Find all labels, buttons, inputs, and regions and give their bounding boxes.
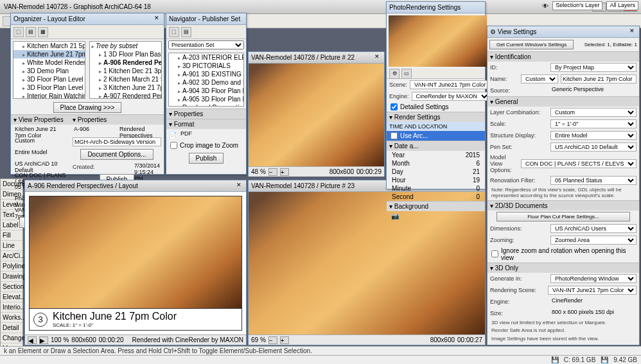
eye-icon[interactable]: 👁	[542, 3, 549, 10]
tree-item[interactable]: 3 Kitchen June 21 7pm Color	[90, 83, 161, 92]
props-header[interactable]: Properties	[70, 114, 164, 125]
nav-icon[interactable]: ▤	[181, 27, 191, 37]
background-header[interactable]: Background	[387, 201, 485, 211]
date-header[interactable]: Date a...	[387, 141, 485, 151]
render-settings-header[interactable]: Render Settings	[387, 112, 485, 122]
tree-item[interactable]: 1 Kitchen Dec 21 3pm Color	[90, 67, 161, 75]
screen-icon[interactable]: ▭	[401, 69, 412, 79]
view-settings-header[interactable]: ⚙ View Settings ✕	[487, 26, 639, 38]
dimensions-select[interactable]: US ArchiCAD Users	[550, 224, 637, 233]
tree-item[interactable]: A-905 3D Floor Plan Base	[169, 95, 243, 103]
generate-select[interactable]: PhotoRendering Window	[550, 274, 637, 283]
nav-publish-button[interactable]: Publish	[189, 153, 224, 164]
tree-item[interactable]: 3D Demo Plan	[13, 67, 85, 75]
tree-item[interactable]: 2 Kitchen March 21 5pm Color	[90, 75, 161, 83]
tool-detail[interactable]: Detail	[1, 323, 22, 333]
tool-interio[interactable]: Interio...	[1, 302, 22, 313]
close-icon[interactable]: ✕	[373, 53, 382, 62]
detailed-checkbox[interactable]	[391, 103, 398, 110]
crop-checkbox[interactable]	[170, 142, 177, 149]
layout-header[interactable]: A-906 Rendered Perspectives / Layout✕	[25, 180, 246, 192]
tool-change[interactable]: Change	[1, 333, 22, 343]
tree-item[interactable]: 3D Floor Plan Level Two	[13, 83, 85, 92]
tool-fill[interactable]: Fill	[1, 230, 22, 241]
close-icon[interactable]: ✕	[234, 182, 243, 191]
tree-item[interactable]: A-901 3D EXISTING Floor	[169, 70, 243, 78]
navigator-header[interactable]: Navigator - Publisher Set	[166, 13, 246, 25]
close-icon[interactable]: ✕	[628, 28, 637, 37]
tool-elevat[interactable]: Elevat...	[1, 292, 22, 302]
nav-format-header[interactable]: Format	[166, 119, 246, 129]
nav-icon[interactable]: ⬚	[13, 27, 24, 37]
tool-arcci[interactable]: Arc/Ci...	[1, 251, 22, 261]
time-location-row[interactable]: TIME AND LOCATION	[387, 122, 485, 131]
selections-layer-button[interactable]: Selection's Layer	[552, 1, 602, 10]
view-props-header[interactable]: View Properties	[11, 114, 70, 125]
only3d-header[interactable]: 3D Only	[487, 263, 639, 273]
tree-item[interactable]: A-902 3D Demo and New	[169, 78, 243, 87]
general-header[interactable]: General	[487, 96, 639, 107]
layer-combo-select[interactable]: Custom	[550, 108, 637, 117]
ignore-zoom-checkbox[interactable]	[491, 250, 498, 257]
photorender-panel: PhotoRendering Settings ⚙ ▭ Scene:VAN-IN…	[386, 1, 486, 189]
tree-item[interactable]: A-906 Rendered Perspectives	[90, 58, 161, 67]
tree-item[interactable]: A-904 3D Floor Plan Main	[169, 87, 243, 95]
nav-next-icon[interactable]: ▶	[39, 336, 48, 344]
navigator-tree[interactable]: A-203 INTERIOR ELEVAT3D PICTORIALSA-901 …	[168, 53, 244, 107]
scene-select[interactable]: VAN-INT June21 7pm Color	[410, 80, 498, 89]
organizer-header[interactable]: Organizer - Layout Editor ✕	[11, 13, 164, 25]
zoom-out-icon[interactable]: −	[268, 168, 277, 176]
floorplan-cut-button[interactable]: Floor Plan Cut Plane Settings...	[496, 212, 631, 221]
zooming-select[interactable]: Zoomed Area	[550, 236, 637, 245]
name-mode-select[interactable]: Custom	[521, 74, 558, 83]
tool-drawing[interactable]: Drawing	[1, 272, 22, 282]
preset-select[interactable]: Presentation Set	[168, 40, 244, 49]
zoom-out-icon[interactable]: −	[268, 336, 277, 344]
tree-item[interactable]: Kitchen March 21 5pm Color	[13, 42, 85, 50]
photorender-header[interactable]: PhotoRendering Settings	[387, 2, 485, 13]
penset-select[interactable]: US ArchiCAD 10 Default	[550, 143, 637, 152]
zoom-in-icon[interactable]: +	[280, 336, 289, 344]
gear-icon[interactable]: ⚙	[389, 69, 400, 79]
tree-item[interactable]: 1 3D Floor Plan Basement	[90, 50, 161, 58]
structure-select[interactable]: Entire Model	[550, 131, 637, 140]
tool-section[interactable]: Section	[1, 282, 22, 292]
tree-item[interactable]: 3D Floor Plan Level One	[13, 75, 85, 83]
nav-icon[interactable]: ▤	[26, 27, 36, 37]
nav-props-header[interactable]: Properties	[166, 108, 246, 119]
zoom-in-icon[interactable]: +	[280, 168, 289, 176]
tree-item[interactable]: Interior Rain Watching Room	[13, 92, 85, 99]
scale-select[interactable]: 1" = 1'-0"	[550, 119, 637, 128]
use-arc-checkbox[interactable]	[391, 132, 398, 139]
close-icon[interactable]: ✕	[152, 15, 161, 24]
nav-icon[interactable]: ▦	[38, 27, 48, 37]
reno-select[interactable]: 05 Planned Status	[550, 176, 637, 185]
camera-icon[interactable]: 📷	[388, 212, 402, 220]
name-input[interactable]	[561, 74, 637, 83]
picture22-header[interactable]: VAN-Remodel 140728 / Picture # 22✕	[249, 52, 384, 64]
organizer-left-tree[interactable]: Kitchen March 21 5pm ColorKitchen June 2…	[13, 41, 85, 99]
place-drawing-button[interactable]: Place Drawing >>>	[53, 102, 122, 113]
all-layers-button[interactable]: All Layers	[606, 1, 638, 10]
identification-header[interactable]: Identification	[487, 51, 639, 62]
engine-select[interactable]: CineRender by MAXON	[412, 92, 490, 101]
doc-options-button[interactable]: Document Options...	[80, 149, 153, 160]
tool-line[interactable]: Line	[1, 241, 22, 251]
tree-item[interactable]: Kitchen June 21 7pm Color	[13, 50, 85, 58]
get-current-button[interactable]: Get Current Window's Settings	[489, 40, 574, 49]
nav-icon[interactable]: ⬚	[169, 27, 179, 37]
docs2d3d-header[interactable]: 2D/3D Documents	[487, 200, 639, 211]
tool-polyline[interactable]: Polyline	[1, 261, 22, 272]
id-mode-select[interactable]: By Project Map	[550, 63, 637, 72]
mvo-select[interactable]: CON DOC | PLANS / SECTS / ELEVS	[521, 159, 637, 168]
tree-item[interactable]: White Model Renders	[13, 58, 85, 67]
tree-item[interactable]: A-203 INTERIOR ELEVAT	[169, 53, 243, 62]
tool-works[interactable]: Works...	[1, 313, 22, 323]
nav-prev-icon[interactable]: ◀	[28, 336, 37, 344]
tree-item[interactable]: Rendered Perspectives	[169, 103, 243, 107]
organizer-right-tree[interactable]: Tree by subset 1 3D Floor Plan BasementA…	[89, 41, 162, 99]
master-input[interactable]	[73, 137, 161, 146]
tree-item[interactable]: 3D PICTORIALS	[169, 62, 243, 70]
rscene-select[interactable]: VAN-INT June21 7pm Color	[548, 286, 637, 295]
tree-item[interactable]: A-907 Rendered Perspectives	[90, 92, 161, 99]
